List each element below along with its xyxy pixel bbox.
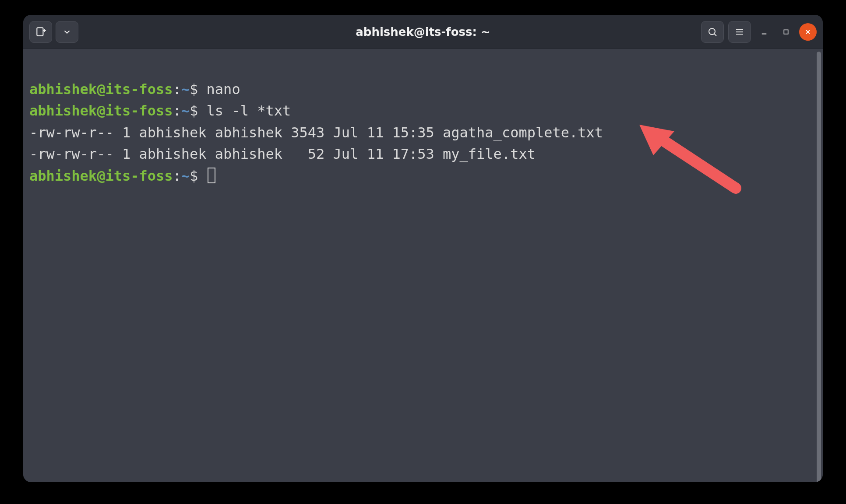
prompt-path: ~ [181, 102, 190, 119]
new-tab-button[interactable] [29, 21, 52, 43]
prompt-line-3: abhishek@its-foss:~$ [29, 168, 215, 184]
prompt-separator: : [173, 168, 181, 184]
prompt-separator: : [173, 81, 181, 98]
prompt-symbol: $ [190, 102, 198, 119]
scrollbar-thumb[interactable] [817, 52, 821, 482]
command-2: ls -l *txt [207, 102, 291, 119]
prompt-symbol: $ [190, 168, 198, 184]
prompt-separator: : [173, 102, 181, 119]
hamburger-menu-button[interactable] [728, 21, 751, 43]
titlebar: abhishek@its-foss: ~ [23, 15, 823, 49]
command-1: nano [207, 81, 240, 98]
prompt-path: ~ [181, 81, 190, 98]
cursor-icon [208, 168, 215, 183]
scrollbar[interactable] [815, 49, 823, 482]
prompt-user-host: abhishek@its-foss [29, 81, 173, 98]
ls-output-row-1: -rw-rw-r-- 1 abhishek abhishek 3543 Jul … [29, 124, 603, 141]
terminal-content[interactable]: abhishek@its-foss:~$ nano abhishek@its-f… [23, 49, 815, 482]
terminal-window: abhishek@its-foss: ~ [23, 15, 823, 482]
prompt-user-host: abhishek@its-foss [29, 168, 173, 184]
terminal-area[interactable]: abhishek@its-foss:~$ nano abhishek@its-f… [23, 49, 823, 482]
prompt-user-host: abhishek@its-foss [29, 102, 173, 119]
maximize-button[interactable] [777, 23, 795, 41]
ls-output-row-2: -rw-rw-r-- 1 abhishek abhishek 52 Jul 11… [29, 146, 536, 162]
close-button[interactable] [799, 23, 817, 41]
svg-line-4 [714, 34, 716, 36]
svg-rect-0 [37, 28, 43, 35]
prompt-symbol: $ [190, 81, 198, 98]
prompt-line-1: abhishek@its-foss:~$ nano [29, 81, 240, 98]
minimize-button[interactable] [755, 23, 773, 41]
search-button[interactable] [701, 21, 724, 43]
prompt-line-2: abhishek@its-foss:~$ ls -l *txt [29, 102, 291, 119]
svg-rect-9 [784, 30, 788, 34]
tab-menu-button[interactable] [56, 21, 78, 43]
svg-point-3 [709, 28, 715, 35]
prompt-path: ~ [181, 168, 190, 184]
